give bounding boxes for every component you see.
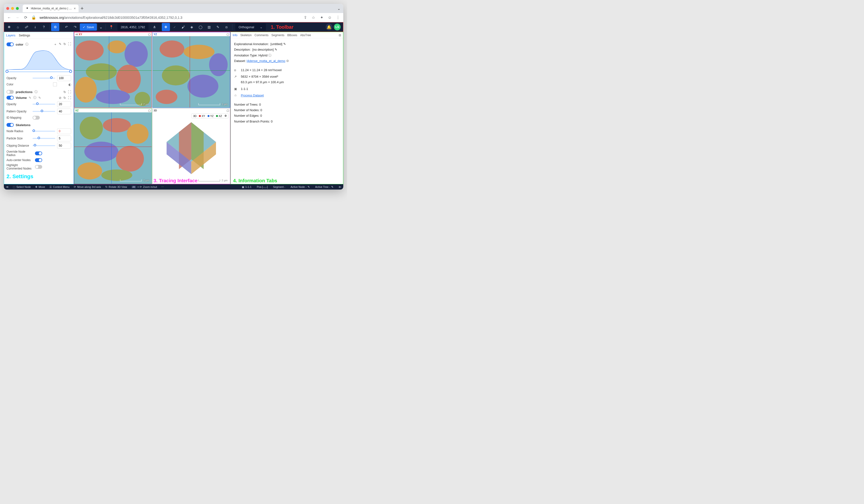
share-icon[interactable]: ⇪ <box>303 15 308 20</box>
home-icon[interactable]: ⌂ <box>14 23 22 31</box>
color-layer-toggle[interactable] <box>7 43 14 46</box>
histogram-range-slider[interactable] <box>7 71 71 72</box>
autocenter-toggle[interactable] <box>35 158 42 162</box>
tab-skeleton[interactable]: Skeleton <box>240 34 252 37</box>
highlight-toggle[interactable] <box>35 165 42 169</box>
bbox-tool[interactable]: ⧈ <box>223 23 231 31</box>
reload-button[interactable]: ⟳ <box>23 15 28 20</box>
new-tab-button[interactable]: + <box>81 5 84 12</box>
edit-icon[interactable]: ✎ <box>275 48 277 51</box>
predictions-toggle[interactable] <box>7 90 14 94</box>
disable-icon[interactable]: ⊘ <box>59 96 61 99</box>
add-icon[interactable]: ＋ <box>54 42 57 47</box>
pattern-input[interactable] <box>57 109 71 114</box>
close-tab-icon[interactable]: × <box>74 7 76 10</box>
node-radius-input[interactable] <box>57 128 71 134</box>
tab-abstree[interactable]: AbsTree <box>300 34 311 37</box>
maximize-window-icon[interactable] <box>16 7 19 10</box>
coordinates-display[interactable]: 2816, 4352, 1792 <box>117 23 148 31</box>
particle-input[interactable] <box>57 135 71 141</box>
stats-icon[interactable]: ⫰ <box>31 23 39 31</box>
collapse-left-icon[interactable]: ⧏ <box>6 185 9 189</box>
vol-opacity-input[interactable] <box>57 101 71 107</box>
skeleton-tool[interactable]: ⟋ <box>170 23 179 31</box>
reload-icon[interactable]: ↻ <box>63 96 66 99</box>
save-button[interactable]: ✓ Save <box>80 23 97 31</box>
extensions-icon[interactable]: ✦ <box>319 15 324 20</box>
reload-icon[interactable]: ↻ <box>63 90 66 94</box>
edit-icon[interactable]: ✎ <box>283 42 286 46</box>
save-dropdown[interactable]: ⌄ <box>97 23 104 31</box>
reload-icon[interactable]: ↻ <box>63 42 66 47</box>
tab-segments[interactable]: Segments <box>272 34 285 37</box>
close-window-icon[interactable] <box>6 7 9 10</box>
minimize-window-icon[interactable] <box>11 7 14 10</box>
tab-layers[interactable]: Layers <box>6 34 15 37</box>
color-opacity-slider[interactable] <box>33 77 55 79</box>
viewport-xy[interactable]: ⧏ XY▢ 2 µm <box>74 32 152 108</box>
gear-icon[interactable]: ⚙ <box>51 23 59 31</box>
brush-tool[interactable]: 🖌 <box>179 23 187 31</box>
browser-menu-icon[interactable]: ⋮ <box>336 15 340 20</box>
logo-icon[interactable]: ❋ <box>5 23 13 31</box>
help-icon[interactable]: ? <box>40 23 48 31</box>
profile-icon[interactable]: ☺ <box>327 15 332 20</box>
redo-button[interactable]: ↷ <box>71 23 79 31</box>
url-field[interactable]: webknossos.org/annotations/Explorational… <box>39 16 299 20</box>
vol-opacity-slider[interactable] <box>33 104 55 105</box>
pattern-slider[interactable] <box>33 111 55 112</box>
tab-bboxes[interactable]: BBoxes <box>287 34 297 37</box>
viewport-3d[interactable]: 3D▢ 3D XY YZ XZ ⚙ <box>152 108 230 184</box>
expand-icon[interactable]: ⛶ <box>68 90 71 94</box>
info-icon[interactable]: ⓘ <box>33 96 36 100</box>
picker-tool[interactable]: ✎ <box>214 23 222 31</box>
skeletons-toggle[interactable] <box>7 123 14 127</box>
maximize-icon[interactable]: ▢ <box>148 33 151 36</box>
process-link[interactable]: Process Dataset <box>241 93 264 98</box>
share-button[interactable]: ⋔ <box>151 23 159 31</box>
fill-tool[interactable]: ▥ <box>205 23 213 31</box>
color-swatch[interactable] <box>53 83 57 86</box>
tab-settings[interactable]: Settings <box>19 34 30 37</box>
expand-icon[interactable]: ⛶ <box>68 96 71 99</box>
expand-icon[interactable]: ⛶ <box>68 42 71 47</box>
maximize-icon[interactable]: ▢ <box>227 33 229 36</box>
edit-icon[interactable]: ✎ <box>59 42 61 47</box>
edit-icon[interactable]: ✎ <box>38 96 41 99</box>
tab-comments[interactable]: Comments <box>254 34 268 37</box>
edit-icon[interactable]: ✎ <box>29 96 31 99</box>
forward-button[interactable]: → <box>15 15 20 20</box>
undo-button[interactable]: ↶ <box>62 23 71 31</box>
node-radius-slider[interactable] <box>33 131 55 132</box>
panel-settings-icon[interactable]: ⊟ <box>339 34 341 37</box>
maximize-icon[interactable]: ▢ <box>227 109 229 112</box>
maximize-icon[interactable]: ▢ <box>148 109 151 112</box>
clipping-slider[interactable] <box>33 145 55 146</box>
move-tool[interactable]: ✥ <box>162 23 170 31</box>
gear-icon[interactable]: ⚙ <box>286 59 289 63</box>
more-icon[interactable]: ⋯ <box>161 185 164 189</box>
browser-tab[interactable]: l4dense_motta_et_al_demo | … × <box>23 4 79 12</box>
tabstrip-expand-icon[interactable]: ⌄ <box>337 6 340 11</box>
notifications-icon[interactable]: 🔔 <box>326 24 333 31</box>
tab-info[interactable]: Info <box>233 34 238 37</box>
idmapping-toggle[interactable] <box>33 116 40 120</box>
pin-icon[interactable]: 📍 <box>107 23 116 31</box>
color-opacity-input[interactable] <box>57 75 71 81</box>
clipping-input[interactable] <box>57 143 71 148</box>
lasso-tool[interactable]: ◯ <box>196 23 205 31</box>
viewmode-select[interactable]: Orthogonal ⌄ <box>235 23 266 31</box>
override-toggle[interactable] <box>35 152 42 155</box>
info-icon[interactable]: ⓘ <box>25 42 28 47</box>
collapse-right-icon[interactable]: ⧐ <box>339 185 341 189</box>
erase-tool[interactable]: ◈ <box>188 23 196 31</box>
avatar[interactable]: LS <box>334 24 341 31</box>
contrast-icon[interactable]: ◐ <box>69 83 71 86</box>
viewport-xz[interactable]: XZ▢ 2 µm <box>74 108 152 184</box>
user-icon[interactable]: ☍ <box>22 23 31 31</box>
bookmark-icon[interactable]: ☆ <box>311 15 316 20</box>
dataset-link[interactable]: l4dense_motta_et_al_demo <box>247 59 285 63</box>
collapse-icon[interactable]: ⧏ <box>75 33 78 36</box>
viewport-yz[interactable]: YZ▢ 1 µm <box>152 32 230 108</box>
back-button[interactable]: ← <box>7 15 12 20</box>
